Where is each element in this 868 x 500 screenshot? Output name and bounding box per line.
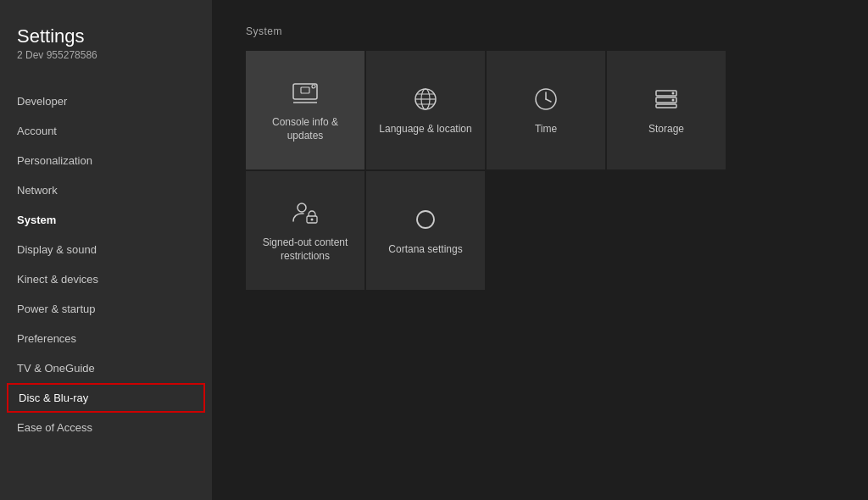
clock-icon bbox=[531, 84, 561, 114]
svg-point-20 bbox=[417, 211, 434, 228]
svg-point-17 bbox=[298, 203, 306, 212]
person-lock-icon bbox=[290, 197, 320, 228]
sidebar: Settings 2 Dev 955278586 DeveloperAccoun… bbox=[0, 0, 212, 500]
cortana-icon bbox=[410, 204, 441, 235]
sidebar-item-network[interactable]: Network bbox=[0, 175, 212, 205]
sidebar-item-tv-oneguide[interactable]: TV & OneGuide bbox=[0, 353, 212, 383]
tile-cortana-label: Cortana settings bbox=[388, 243, 462, 257]
svg-point-15 bbox=[672, 92, 675, 95]
svg-point-19 bbox=[311, 219, 314, 221]
tile-time[interactable]: Time bbox=[487, 51, 605, 169]
tile-language-location-label: Language & location bbox=[379, 123, 471, 136]
console-icon bbox=[290, 77, 320, 108]
sidebar-item-developer[interactable]: Developer bbox=[0, 86, 212, 116]
tile-signed-out[interactable]: Signed-out content restrictions bbox=[246, 171, 364, 290]
svg-rect-1 bbox=[301, 87, 309, 93]
svg-rect-14 bbox=[656, 104, 676, 108]
sidebar-item-display-sound[interactable]: Display & sound bbox=[0, 235, 212, 264]
tile-console-info-label: Console info & updates bbox=[254, 116, 356, 142]
storage-icon bbox=[651, 84, 682, 114]
sidebar-item-system[interactable]: System bbox=[0, 205, 212, 235]
sidebar-item-personalization[interactable]: Personalization bbox=[0, 146, 212, 175]
sidebar-item-disc-bluray[interactable]: Disc & Blu-ray bbox=[7, 383, 205, 413]
main-content: System Console info & updates bbox=[212, 0, 868, 500]
sidebar-header: Settings 2 Dev 955278586 bbox=[0, 25, 212, 86]
sidebar-nav: DeveloperAccountPersonalizationNetworkSy… bbox=[0, 86, 212, 442]
tile-time-label: Time bbox=[535, 123, 557, 136]
tile-signed-out-label: Signed-out content restrictions bbox=[254, 236, 356, 263]
tile-storage[interactable]: Storage bbox=[607, 51, 726, 169]
sidebar-item-power-startup[interactable]: Power & startup bbox=[0, 294, 212, 324]
sidebar-item-preferences[interactable]: Preferences bbox=[0, 324, 212, 353]
svg-point-16 bbox=[672, 99, 675, 102]
tiles-row-1: Console info & updates Language & locati… bbox=[246, 51, 834, 169]
app-title: Settings bbox=[17, 25, 195, 47]
tile-cortana[interactable]: Cortana settings bbox=[366, 171, 485, 290]
sidebar-item-kinect-devices[interactable]: Kinect & devices bbox=[0, 264, 212, 294]
sidebar-item-ease-of-access[interactable]: Ease of Access bbox=[0, 413, 212, 442]
svg-rect-0 bbox=[293, 84, 317, 99]
svg-line-11 bbox=[546, 99, 551, 102]
tile-language-location[interactable]: Language & location bbox=[366, 51, 485, 169]
tile-console-info[interactable]: Console info & updates bbox=[246, 51, 364, 169]
sidebar-item-account[interactable]: Account bbox=[0, 116, 212, 146]
section-label: System bbox=[246, 25, 834, 37]
device-subtitle: 2 Dev 955278586 bbox=[17, 49, 195, 61]
tiles-row-2: Signed-out content restrictions Cortana … bbox=[246, 171, 834, 290]
globe-icon bbox=[410, 84, 441, 114]
svg-point-2 bbox=[312, 85, 315, 88]
tile-storage-label: Storage bbox=[648, 123, 684, 136]
